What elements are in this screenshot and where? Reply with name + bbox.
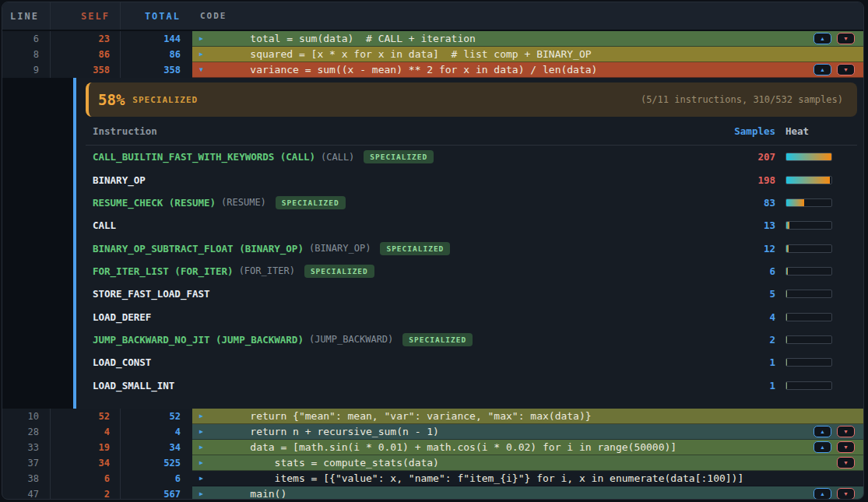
- expand-expander-icon[interactable]: ▶: [199, 490, 209, 497]
- instruction-row: LOAD_SMALL_INT1: [76, 374, 863, 396]
- arrow-down-icon: ▼: [843, 444, 849, 450]
- samples-count: 13: [721, 219, 775, 231]
- column-header-self[interactable]: SELF: [51, 2, 121, 30]
- jump-down-button[interactable]: ▼: [837, 488, 855, 500]
- heat-bar: [785, 267, 832, 276]
- heat-bar: [785, 358, 832, 367]
- total-samples-cell: 4: [121, 424, 192, 440]
- code-line-band[interactable]: ▼ variance = sum((x - mean) ** 2 for x i…: [192, 62, 863, 78]
- jump-up-button[interactable]: ▲: [814, 488, 831, 500]
- column-header-heat[interactable]: Heat: [785, 125, 832, 137]
- instruction-name: CALL_BUILTIN_FAST_WITH_KEYWORDS (CALL): [93, 151, 315, 163]
- instruction-name: LOAD_DEREF: [93, 311, 151, 323]
- row-nav-buttons: ▲▼: [814, 33, 855, 44]
- instruction-base-name: (BINARY_OP): [309, 243, 371, 254]
- instruction-row: CALL13: [76, 214, 863, 237]
- expand-expander-icon[interactable]: ▶: [199, 428, 209, 435]
- jump-down-button[interactable]: ▼: [837, 426, 855, 437]
- heat-bar-fill: [786, 177, 830, 184]
- code-line-band[interactable]: ▶ items = [{"value": x, "name": f"item_{…: [192, 471, 863, 486]
- specialized-badge: SPECIALIZED: [304, 265, 374, 278]
- jump-down-button[interactable]: ▼: [837, 457, 855, 469]
- samples-count: 2: [721, 334, 775, 346]
- arrow-up-icon: ▲: [820, 429, 825, 434]
- heat-bar: [785, 153, 832, 161]
- heat-bar: [785, 313, 832, 321]
- table-row: 105252▶ return {"mean": mean, "var": var…: [2, 409, 863, 424]
- self-samples-cell: 86: [51, 47, 121, 62]
- samples-count: 207: [721, 151, 775, 163]
- heat-bar-fill: [786, 268, 788, 275]
- heat-bar-fill: [786, 153, 831, 160]
- column-header-total[interactable]: TOTAL: [121, 2, 192, 30]
- table-row: 623144▶ total = sum(data) # CALL + itera…: [2, 31, 863, 47]
- instruction-name-group: LOAD_CONST: [93, 356, 721, 368]
- specialized-percent: 58%: [98, 91, 125, 108]
- instruction-name-group: STORE_FAST_LOAD_FAST: [93, 288, 721, 300]
- line-number-cell: 9: [2, 62, 51, 78]
- code-line-band[interactable]: ▶ main()▲▼: [192, 486, 863, 500]
- expand-expander-icon[interactable]: ▶: [199, 51, 209, 58]
- instruction-name-group: JUMP_BACKWARD_NO_JIT (JUMP_BACKWARD)(JUM…: [93, 333, 721, 346]
- instruction-base-name: (RESUME): [221, 197, 266, 208]
- jump-down-button[interactable]: ▼: [837, 33, 855, 44]
- expand-expander-icon[interactable]: ▶: [199, 444, 209, 451]
- table-row: 9358358▼ variance = sum((x - mean) ** 2 …: [2, 62, 863, 78]
- code-rows-top: 623144▶ total = sum(data) # CALL + itera…: [2, 31, 863, 78]
- jump-up-button[interactable]: ▲: [814, 441, 831, 453]
- code-text: data = [math.sin(i * 0.01) + math.cos(i …: [226, 441, 676, 453]
- expand-expander-icon[interactable]: ▶: [199, 475, 209, 482]
- instruction-rows: CALL_BUILTIN_FAST_WITH_KEYWORDS (CALL)(C…: [76, 146, 863, 397]
- table-row: 2844▶ return n + recursive_sum(n - 1)▲▼: [2, 424, 863, 440]
- instruction-row: CALL_BUILTIN_FAST_WITH_KEYWORDS (CALL)(C…: [76, 146, 863, 168]
- expand-expander-icon[interactable]: ▶: [199, 35, 209, 42]
- samples-count: 83: [721, 197, 775, 209]
- code-line-band[interactable]: ▶ total = sum(data) # CALL + iteration▲▼: [192, 31, 863, 47]
- total-samples-cell: 525: [121, 455, 192, 471]
- column-header-instruction[interactable]: Instruction: [93, 125, 721, 137]
- instruction-row: BINARY_OP198: [76, 168, 863, 191]
- instruction-name-group: FOR_ITER_LIST (FOR_ITER)(FOR_ITER)SPECIA…: [93, 265, 721, 278]
- code-text: squared = [x * x for x in data] # list c…: [226, 48, 592, 60]
- jump-up-button[interactable]: ▲: [814, 426, 831, 437]
- heat-bar-fill: [786, 290, 787, 297]
- jump-up-button[interactable]: ▲: [814, 33, 831, 44]
- table-row: 331934▶ data = [math.sin(i * 0.01) + mat…: [2, 440, 863, 455]
- arrow-up-icon: ▲: [820, 67, 825, 72]
- specialized-label: SPECIALIZED: [132, 95, 198, 105]
- profiler-table: LINE SELF TOTAL CODE 623144▶ total = sum…: [2, 2, 864, 500]
- column-header-code[interactable]: CODE: [192, 2, 863, 30]
- collapse-expander-icon[interactable]: ▼: [199, 66, 209, 73]
- specialized-badge: SPECIALIZED: [402, 333, 473, 346]
- code-line-band[interactable]: ▶ squared = [x * x for x in data] # list…: [192, 47, 863, 62]
- instruction-name: BINARY_OP: [93, 174, 146, 186]
- arrow-down-icon: ▼: [843, 491, 849, 497]
- expand-expander-icon[interactable]: ▶: [199, 459, 209, 466]
- specialized-badge: SPECIALIZED: [380, 242, 450, 255]
- line-number-cell: 6: [2, 31, 51, 47]
- code-line-band[interactable]: ▶ data = [math.sin(i * 0.01) + math.cos(…: [192, 440, 863, 455]
- heat-bar-fill: [786, 382, 787, 389]
- self-samples-cell: 2: [51, 486, 121, 500]
- heat-bar: [785, 221, 832, 230]
- table-row: 88686▶ squared = [x * x for x in data] #…: [2, 47, 863, 62]
- column-header-line[interactable]: LINE: [2, 2, 51, 30]
- specialized-badge: SPECIALIZED: [276, 196, 346, 209]
- samples-count: 6: [721, 265, 775, 277]
- column-header-samples[interactable]: Samples: [721, 125, 775, 137]
- jump-down-button[interactable]: ▼: [837, 64, 855, 75]
- samples-count: 1: [721, 380, 775, 391]
- jump-up-button[interactable]: ▲: [814, 64, 831, 75]
- code-line-band[interactable]: ▶ stats = compute_stats(data)▼: [192, 455, 863, 471]
- total-samples-cell: 6: [121, 471, 192, 486]
- expand-expander-icon[interactable]: ▶: [199, 412, 209, 420]
- jump-down-button[interactable]: ▼: [837, 441, 855, 453]
- heat-bar: [785, 381, 832, 390]
- samples-count: 198: [721, 174, 775, 186]
- line-number-cell: 37: [2, 455, 51, 471]
- code-line-band[interactable]: ▶ return {"mean": mean, "var": variance,…: [192, 409, 863, 424]
- table-header: LINE SELF TOTAL CODE: [2, 2, 863, 31]
- code-line-band[interactable]: ▶ return n + recursive_sum(n - 1)▲▼: [192, 424, 863, 440]
- table-row: 3734525▶ stats = compute_stats(data)▼: [2, 455, 863, 471]
- instruction-base-name: (JUMP_BACKWARD): [309, 334, 393, 345]
